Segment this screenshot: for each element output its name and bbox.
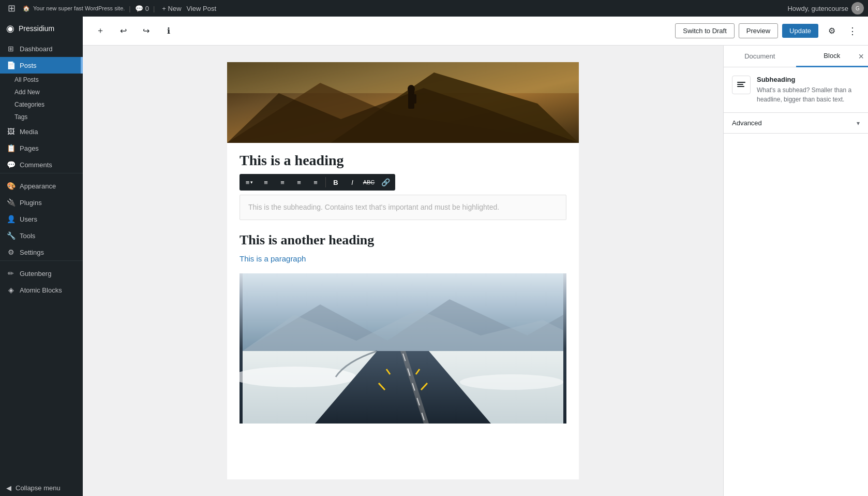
heading2-block[interactable]: This is another heading — [227, 228, 579, 252]
settings-toggle-icon: ⚙ — [828, 26, 835, 36]
comments-icon: 💬 — [135, 5, 143, 12]
sidebar-item-comments[interactable]: 💬 Comments — [0, 156, 83, 173]
align-right-button[interactable]: ≡ — [291, 175, 307, 189]
sidebar-item-media[interactable]: 🖼 Media — [0, 123, 83, 140]
fmt-divider1 — [325, 177, 326, 187]
toolbar-right: Switch to Draft Preview Update ⚙ ⋮ — [675, 22, 860, 40]
pages-icon: 📋 — [6, 144, 16, 152]
sidebar-item-pages[interactable]: 📋 Pages — [0, 140, 83, 156]
tools-icon: 🔧 — [6, 231, 16, 240]
home-icon: 🏠 — [23, 5, 30, 12]
svg-rect-1 — [227, 62, 579, 93]
sidebar-section-appearance — [0, 173, 83, 178]
sidebar-item-posts[interactable]: 📄 Posts — [0, 57, 83, 74]
comments-sidebar-icon: 💬 — [6, 161, 16, 169]
new-link[interactable]: + New — [159, 5, 184, 12]
sidebar-spacer — [0, 298, 83, 480]
hero-image-svg — [227, 62, 579, 143]
sidebar-item-tags[interactable]: Tags — [14, 111, 83, 123]
admin-bar: ⊞ 🏠 Your new super fast WordPress site. … — [0, 0, 868, 17]
sidebar-item-settings[interactable]: ⚙ Settings — [0, 244, 83, 260]
align-justify-icon: ≡ — [313, 179, 318, 186]
text-align-dropdown-button[interactable]: ≡ ▾ — [242, 175, 257, 189]
align-left-button[interactable]: ≡ — [258, 175, 274, 189]
tab-document[interactable]: Document — [724, 46, 796, 67]
link-icon: 🔗 — [381, 178, 390, 186]
advanced-section[interactable]: Advanced ▾ — [724, 113, 868, 134]
sidebar-item-tools[interactable]: 🔧 Tools — [0, 227, 83, 244]
road-svg — [240, 273, 566, 424]
block-description: What's a subhead? Smaller than a headlin… — [757, 85, 860, 104]
add-block-icon: ＋ — [96, 25, 104, 36]
align-right-icon: ≡ — [297, 179, 301, 186]
format-toolbar: ≡ ▾ ≡ ≡ ≡ ≡ — [240, 174, 395, 191]
editor-toolbar: ＋ ↩ ↪ ℹ Switch to Draft Preview Update — [83, 17, 868, 46]
update-button[interactable]: Update — [782, 24, 818, 38]
switch-to-draft-button[interactable]: Switch to Draft — [675, 23, 735, 38]
redo-button[interactable]: ↪ — [137, 22, 155, 40]
users-icon: 👤 — [6, 215, 16, 223]
preview-button[interactable]: Preview — [739, 23, 778, 38]
avatar: G — [851, 2, 864, 14]
align-center-button[interactable]: ≡ — [275, 175, 290, 189]
bold-button[interactable]: B — [328, 175, 343, 189]
sidebar-item-categories[interactable]: Categories — [14, 98, 83, 111]
plugins-icon: 🔌 — [6, 198, 16, 207]
view-post-link[interactable]: View Post — [187, 5, 217, 12]
collapse-icon: ◀ — [6, 484, 11, 492]
comments-link[interactable]: 💬 0 — [135, 5, 149, 12]
align-left-icon: ≡ — [264, 179, 268, 186]
svg-point-13 — [460, 374, 563, 390]
dropdown-arrow-icon: ▾ — [250, 180, 253, 185]
hero-image-block[interactable] — [227, 62, 579, 143]
sidebar-item-dashboard[interactable]: ⊞ Dashboard — [0, 40, 83, 57]
sidebar-item-add-new[interactable]: Add New — [14, 86, 83, 98]
panel-tabs: Document Block × — [724, 46, 868, 67]
align-icon: ≡ — [246, 179, 250, 186]
editor-area: ＋ ↩ ↪ ℹ Switch to Draft Preview Update — [83, 17, 868, 496]
info-icon: ℹ — [167, 26, 170, 36]
editor-content: This is a heading ≡ ▾ ≡ ≡ — [83, 46, 723, 496]
align-justify-button[interactable]: ≡ — [308, 175, 323, 189]
strikethrough-button[interactable]: ABC — [361, 175, 377, 189]
advanced-label: Advanced — [732, 119, 762, 127]
appearance-icon: 🎨 — [6, 182, 16, 190]
sidebar-item-all-posts[interactable]: All Posts — [14, 74, 83, 86]
info-button[interactable]: ℹ — [159, 22, 178, 40]
svg-rect-21 — [737, 82, 745, 83]
sidebar-item-users[interactable]: 👤 Users — [0, 211, 83, 227]
add-block-button[interactable]: ＋ — [91, 22, 110, 40]
heading-block[interactable]: This is a heading — [227, 143, 579, 174]
sidebar: ◉ Pressidium ⊞ Dashboard 📄 Posts All Pos… — [0, 17, 83, 496]
undo-button[interactable]: ↩ — [114, 22, 132, 40]
sidebar-item-atomic-blocks[interactable]: ◈ Atomic Blocks — [0, 282, 83, 298]
howdy-section: Howdy, gutencourse G — [787, 2, 864, 14]
collapse-menu-button[interactable]: ◀ Collapse menu — [0, 480, 83, 496]
svg-rect-7 — [412, 94, 416, 104]
chevron-down-icon: ▾ — [857, 120, 860, 127]
panel-scroll-area: Subheading What's a subhead? Smaller tha… — [724, 67, 868, 496]
sidebar-section-gutenberg — [0, 260, 83, 265]
road-image-block[interactable] — [240, 273, 566, 424]
more-options-button[interactable]: ⋮ — [845, 22, 860, 40]
media-icon: 🖼 — [6, 127, 16, 136]
paragraph-block[interactable]: This is a paragraph — [227, 252, 579, 269]
close-icon: × — [858, 51, 864, 62]
content-panel-row: This is a heading ≡ ▾ ≡ ≡ — [83, 46, 868, 496]
italic-button[interactable]: I — [345, 175, 360, 189]
separator2: | — [153, 5, 155, 12]
site-name: 🏠 Your new super fast WordPress site. — [23, 5, 125, 12]
sidebar-item-gutenberg[interactable]: ✏ Gutenberg — [0, 265, 83, 282]
link-button[interactable]: 🔗 — [378, 175, 393, 189]
settings-toggle-button[interactable]: ⚙ — [822, 22, 841, 40]
svg-point-6 — [408, 85, 415, 93]
sidebar-item-plugins[interactable]: 🔌 Plugins — [0, 194, 83, 211]
posts-icon: 📄 — [6, 61, 16, 69]
block-name-label: Subheading — [757, 76, 860, 83]
undo-icon: ↩ — [120, 26, 127, 36]
tab-block[interactable]: Block — [796, 46, 869, 67]
subheading-block[interactable]: This is the subheading. Contains text th… — [240, 195, 566, 220]
heading2-text: This is another heading — [240, 232, 566, 248]
sidebar-item-appearance[interactable]: 🎨 Appearance — [0, 178, 83, 194]
panel-close-button[interactable]: × — [858, 52, 864, 61]
